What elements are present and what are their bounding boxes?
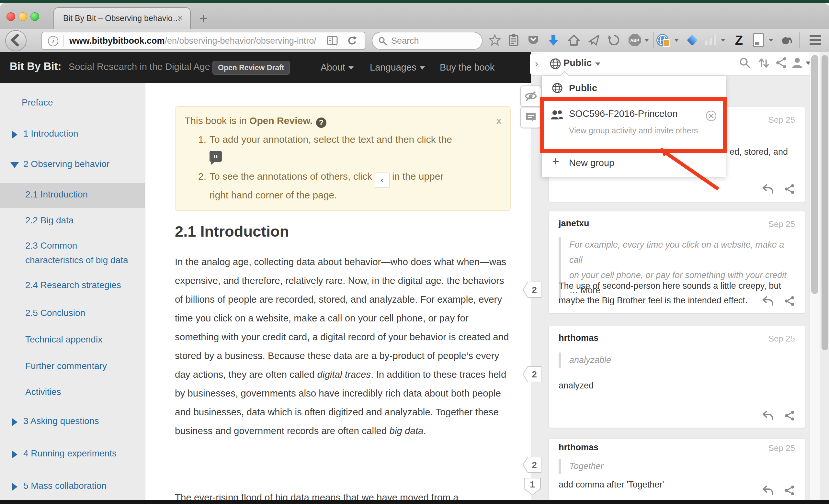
adblock-plus-icon[interactable]: ABP [627,33,642,47]
chevron-right-icon[interactable] [12,482,17,491]
group-selector[interactable]: Public [564,57,591,68]
pocket-icon[interactable] [526,33,540,47]
search-icon[interactable] [738,56,751,69]
svg-text:1: 1 [530,479,535,490]
annotation-user[interactable]: hrthomas [558,333,599,343]
bucket-count-tab[interactable]: 2 [522,280,543,300]
reply-icon[interactable] [762,296,773,307]
toc-activities[interactable]: Activities [25,387,61,397]
open-review-badge[interactable]: Open Review Draft [212,61,290,75]
toc-2-4-research-strategies[interactable]: 2.4 Research strategies [25,280,121,290]
share-icon[interactable] [784,410,795,421]
sidebar-scrollbar-thumb[interactable] [811,55,818,294]
nav-languages[interactable]: Languages [370,62,425,73]
bucket-count-tab-down[interactable]: 1 [522,476,543,497]
reply-icon[interactable] [762,410,773,421]
sort-icon[interactable] [757,56,770,69]
share-icon[interactable] [784,296,795,307]
annotation-card[interactable]: hrthomas Sep 25 analyzable analyzed [548,326,805,428]
toc-2-observing-behavior[interactable]: 2 Observing behavior [23,159,109,169]
sidebar-collapse-button[interactable]: › [530,53,543,75]
section-heading: 2.1 Introduction [175,222,289,240]
toc-1-introduction[interactable]: 1 Introduction [23,128,78,139]
toc-2-3-common[interactable]: 2.3 Common [25,240,77,251]
bookmark-star-icon[interactable] [488,33,502,47]
window-close-button[interactable] [6,12,15,21]
search-input[interactable] [391,34,476,47]
search-bar[interactable] [372,32,482,50]
adblock-dropdown-caret[interactable] [644,39,649,42]
chevron-right-icon[interactable] [12,130,17,139]
back-button[interactable] [5,30,27,51]
window-zoom-button[interactable] [30,12,39,21]
close-icon[interactable]: x [496,115,502,126]
toc-5-mass-collaboration[interactable]: 5 Mass collaboration [23,481,107,491]
url-bar[interactable]: i www.bitbybitbook.com/en/observing-beha… [41,32,365,50]
download-icon[interactable] [546,33,561,47]
toc-4-running-experiments[interactable]: 4 Running experiments [23,448,116,459]
dropdown-caret-icon [349,66,354,70]
toc-2-3-common-line2[interactable]: characteristics of big data [25,255,128,265]
list-number: 2. [193,171,206,182]
chevron-down-icon[interactable] [10,162,19,168]
document-extension-icon[interactable] [751,33,765,47]
annotation-user[interactable]: janetxu [558,219,589,229]
reload-icon[interactable] [347,35,358,46]
diigo-extension-icon[interactable] [685,33,699,47]
window-bottom-edge [0,500,829,504]
toc-2-5-conclusion[interactable]: 2.5 Conclusion [25,308,85,318]
toc-technical-appendix[interactable]: Technical appendix [25,335,102,345]
card-actions [762,184,795,195]
share-icon[interactable] [774,56,788,69]
account-person-icon[interactable] [791,56,804,69]
article-paragraph: In the analog age, collecting data about… [175,253,512,440]
window-minimize-button[interactable] [19,12,27,21]
site-brand[interactable]: Bit By Bit: [10,60,62,73]
toc-further-commentary[interactable]: Further commentary [25,361,107,371]
tab-close-icon[interactable]: × [177,12,183,23]
home-icon[interactable] [567,33,581,47]
history-icon[interactable] [607,33,621,47]
reader-mode-icon[interactable] [326,36,338,46]
toc-2-1-introduction[interactable]: 2.1 Introduction [25,189,88,200]
dropdown-caret-icon[interactable] [595,63,600,66]
chevron-right-icon[interactable] [12,450,17,459]
open-review-notice: This book is in Open Review.? x 1. To ad… [175,106,511,211]
document-dropdown-caret[interactable] [769,39,773,42]
toc-preface[interactable]: Preface [22,98,53,108]
nav-about[interactable]: About [321,62,354,73]
toc-3-asking-questions[interactable]: 3 Asking questions [23,416,99,426]
annotation-card[interactable]: hrthomas Sep 25 Together add comma after… [548,438,805,501]
help-icon[interactable]: ? [316,117,326,128]
zotero-icon[interactable]: Z [732,33,746,47]
card-actions [762,485,795,496]
chevron-right-icon[interactable] [12,418,17,426]
share-icon[interactable] [784,485,795,496]
reading-list-icon[interactable] [506,33,521,47]
share-icon[interactable] [784,184,795,195]
menu-hamburger-icon[interactable] [808,33,823,47]
bucket-count-tab[interactable]: 2 [522,455,543,475]
annotation-quote: analyzable [558,352,793,368]
toc-2-2-big-data[interactable]: 2.2 Big data [25,215,73,226]
browser-tab[interactable]: Bit By Bit – Observing behavio… × [53,7,191,30]
window-scrollbar-thumb[interactable] [822,55,828,350]
translate-extension-icon[interactable] [655,33,670,47]
stats-extension-icon[interactable] [704,33,718,47]
page-note-button[interactable] [520,107,541,128]
reply-icon[interactable] [762,485,773,496]
nav-buy-the-book[interactable]: Buy the book [440,62,495,73]
divider [653,32,654,48]
send-icon[interactable] [587,33,601,47]
bucket-count-tab[interactable]: 2 [522,364,543,384]
reply-icon[interactable] [762,184,773,195]
translate-dropdown-caret[interactable] [674,39,679,42]
annotation-user[interactable]: hrthomas [558,442,599,453]
annotation-card[interactable]: janetxu Sep 25 For example, every time y… [548,211,805,313]
notice-item-2: To see the annotations of others, click‹… [210,171,443,188]
stats-dropdown-caret[interactable] [721,39,725,42]
site-info-icon[interactable]: i [48,36,58,46]
evernote-icon[interactable] [779,33,793,47]
new-tab-button[interactable]: + [194,12,212,27]
hide-highlights-button[interactable] [520,85,541,107]
